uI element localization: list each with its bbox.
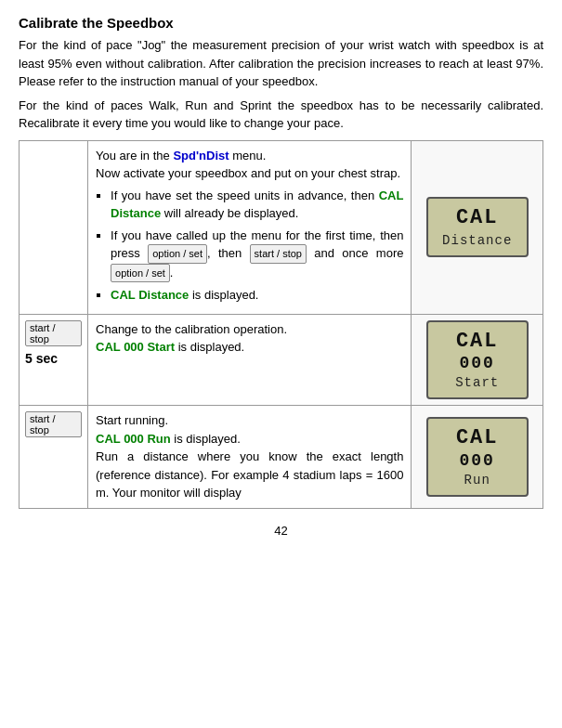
row3-left: start / stop: [20, 406, 88, 509]
row2-text: Change to the calibration operation.: [96, 322, 287, 336]
row3-content: Start running. CAL 000 Run is displayed.…: [88, 406, 412, 509]
row2-sec-label: 5 sec: [25, 351, 82, 366]
row1-intro-text: You are in the: [96, 149, 173, 162]
row1-bullet3: CAL Distance is displayed.: [111, 286, 403, 305]
lcd2-line2: 000: [434, 354, 521, 374]
option-set-btn-2[interactable]: option / set: [111, 264, 170, 283]
row1-bullet1: If you have set the speed units in advan…: [111, 187, 403, 223]
lcd2-line1: CAL: [434, 330, 521, 354]
row2-lcd: CAL 000 Start: [412, 314, 543, 406]
intro-paragraph-1: For the kind of pace "Jog" the measureme…: [19, 36, 543, 91]
cal-distance-2: CAL Distance: [111, 288, 189, 302]
row1-menu-name: Spd'nDist: [173, 149, 229, 162]
row2-left: start / stop 5 sec: [20, 314, 88, 406]
cal-distance-1: CAL Distance: [111, 188, 403, 221]
page-title: Calibrate the Speedbox: [19, 15, 543, 31]
row1-lcd: CAL Distance: [412, 140, 543, 314]
row3-text1: Start running.: [96, 413, 168, 427]
lcd3-line2: 000: [434, 451, 521, 472]
option-set-btn-1[interactable]: option / set: [148, 244, 207, 264]
page-number: 42: [19, 524, 543, 538]
row2-content: Change to the calibration operation. CAL…: [88, 314, 412, 406]
lcd-display-2: CAL 000 Start: [426, 320, 529, 400]
row1-content: You are in the Spd'nDist menu. Now activ…: [88, 140, 412, 314]
start-stop-btn-inline[interactable]: start / stop: [250, 244, 307, 264]
intro-paragraph-2: For the kind of paces Walk, Run and Spri…: [19, 97, 543, 133]
cal-000-run: CAL 000 Run: [96, 432, 171, 446]
row1-menu-suffix: menu.: [229, 149, 267, 162]
lcd3-line3: Run: [434, 473, 521, 488]
row1-line2: Now activate your speedbox and put on yo…: [96, 166, 400, 180]
lcd-display-1: CAL Distance: [426, 197, 529, 256]
row3-extra: Run a distance where you know the exact …: [96, 449, 403, 500]
row1-left: [20, 140, 88, 314]
cal-000-start: CAL 000 Start: [96, 340, 175, 354]
row3-suffix: is displayed.: [171, 432, 241, 446]
lcd3-line1: CAL: [434, 426, 521, 450]
start-stop-btn-2[interactable]: start / stop: [25, 320, 82, 346]
row2-suffix: is displayed.: [175, 340, 244, 354]
lcd1-line2: Distance: [434, 233, 521, 248]
lcd2-line3: Start: [434, 375, 521, 390]
lcd-display-3: CAL 000 Run: [426, 417, 529, 497]
start-stop-btn-3[interactable]: start / stop: [25, 411, 82, 437]
row3-lcd: CAL 000 Run: [412, 406, 543, 509]
lcd1-line1: CAL: [434, 206, 521, 230]
row1-bullet2: If you have called up the menu for the f…: [111, 227, 403, 283]
